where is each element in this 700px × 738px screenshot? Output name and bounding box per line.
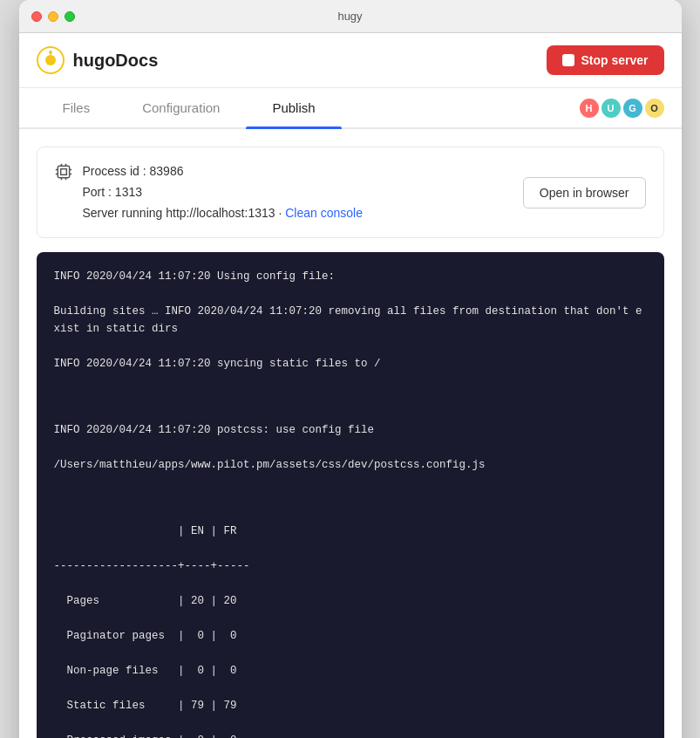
hugo-u-letter: U bbox=[601, 99, 621, 118]
hugo-h-letter: H bbox=[580, 99, 599, 118]
console-line: Building sites … INFO 2020/04/24 11:07:2… bbox=[54, 303, 647, 338]
minimize-button[interactable] bbox=[48, 11, 58, 22]
app-window: hugy hugoDocs Stop server Files Configur… bbox=[19, 0, 682, 738]
logo: hugoDocs bbox=[37, 46, 159, 74]
console-empty-line bbox=[54, 390, 647, 404]
hugo-g-letter: G bbox=[623, 99, 642, 118]
console-output: INFO 2020/04/24 11:07:20 Using config fi… bbox=[37, 252, 664, 738]
traffic-lights bbox=[31, 11, 75, 22]
svg-rect-4 bbox=[58, 166, 69, 177]
console-line: Non-page files | 0 | 0 bbox=[54, 662, 647, 680]
titlebar: hugy bbox=[19, 0, 682, 33]
clean-console-link[interactable]: Clean console bbox=[285, 206, 363, 220]
window-title: hugy bbox=[337, 10, 362, 23]
server-info-card: Process id : 83986 Port : 1313 Server ru… bbox=[37, 147, 664, 238]
server-details: Process id : 83986 Port : 1313 Server ru… bbox=[83, 161, 363, 223]
cpu-icon bbox=[55, 163, 72, 181]
navigation: Files Configuration Publish H U G O bbox=[19, 88, 682, 129]
app-title: hugoDocs bbox=[73, 51, 159, 71]
tab-files[interactable]: Files bbox=[37, 88, 117, 127]
svg-rect-5 bbox=[60, 169, 66, 175]
maximize-button[interactable] bbox=[65, 11, 75, 22]
console-line: /Users/matthieu/apps/www.pilot.pm/assets… bbox=[54, 456, 647, 474]
console-empty-line bbox=[54, 491, 647, 505]
console-line: Processed images | 0 | 0 bbox=[54, 732, 647, 738]
process-id: Process id : 83986 bbox=[83, 161, 363, 182]
server-info-left: Process id : 83986 Port : 1313 Server ru… bbox=[55, 161, 363, 223]
app-header: hugoDocs Stop server bbox=[19, 33, 682, 88]
tab-configuration[interactable]: Configuration bbox=[116, 88, 246, 127]
svg-point-2 bbox=[49, 51, 52, 54]
console-line: INFO 2020/04/24 11:07:20 syncing static … bbox=[54, 355, 647, 372]
port: Port : 1313 bbox=[83, 182, 363, 203]
hugo-o-letter: O bbox=[645, 99, 664, 118]
main-content: Process id : 83986 Port : 1313 Server ru… bbox=[19, 129, 682, 738]
console-line: Paginator pages | 0 | 0 bbox=[54, 627, 647, 645]
console-line: -------------------+----+----- bbox=[54, 557, 647, 575]
hugo-logo: H U G O bbox=[580, 90, 664, 126]
logo-icon bbox=[37, 46, 65, 74]
server-status: Server running http://localhost:1313 · C… bbox=[83, 203, 363, 224]
console-line: INFO 2020/04/24 11:07:20 Using config fi… bbox=[54, 268, 647, 285]
stop-icon bbox=[562, 54, 574, 66]
running-text: Server running http://localhost:1313 bbox=[83, 206, 275, 220]
stop-server-label: Stop server bbox=[581, 53, 648, 67]
close-button[interactable] bbox=[31, 11, 42, 22]
open-in-browser-button[interactable]: Open in browser bbox=[523, 177, 646, 208]
console-line: | EN | FR bbox=[54, 523, 647, 540]
stop-server-button[interactable]: Stop server bbox=[547, 45, 663, 75]
console-line: INFO 2020/04/24 11:07:20 postcss: use co… bbox=[54, 421, 647, 439]
tab-publish[interactable]: Publish bbox=[246, 88, 341, 127]
console-line: Pages | 20 | 20 bbox=[54, 592, 647, 610]
console-line: Static files | 79 | 79 bbox=[54, 697, 647, 714]
